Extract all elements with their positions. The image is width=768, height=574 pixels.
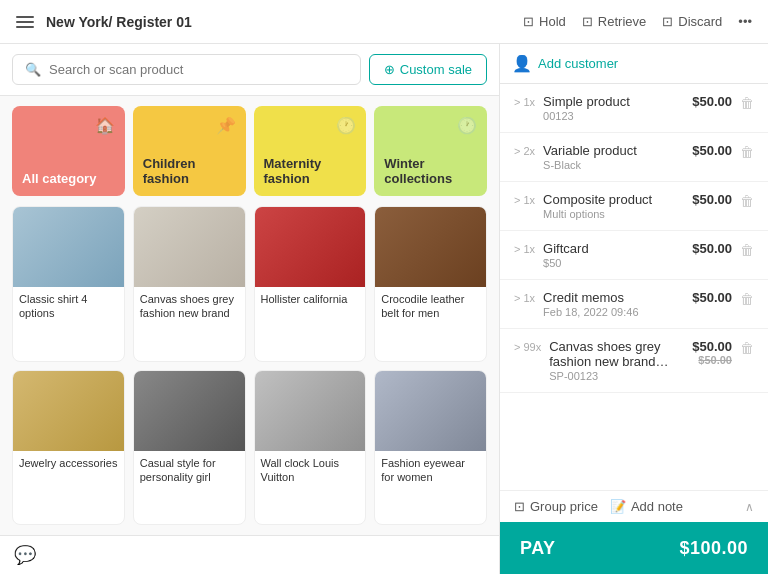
order-list: > 1x Simple product 00123 $50.00 🗑 > 2x … [500, 84, 768, 490]
customer-icon: 👤 [512, 54, 532, 73]
hold-button[interactable]: ⊡ Hold [523, 14, 566, 29]
order-4-price: $50.00 [677, 241, 732, 256]
order-item-5: > 1x Credit memos Feb 18, 2022 09:46 $50… [500, 280, 768, 329]
product-8-name: Fashion eyewear for women [375, 451, 486, 491]
maternity-category-label: Maternity fashion [264, 156, 357, 186]
product-6-name: Casual style for personality girl [134, 451, 245, 491]
product-1-name: Classic shirt 4 options [13, 287, 124, 327]
discard-button[interactable]: ⊡ Discard [662, 14, 722, 29]
product-1-image [13, 207, 124, 287]
children-category-icon: 📌 [216, 116, 236, 135]
pay-button[interactable]: PAY $100.00 [500, 522, 768, 574]
product-5-image [13, 371, 124, 451]
product-2-image [134, 207, 245, 287]
more-button[interactable]: ••• [738, 14, 752, 29]
order-2-name: Variable product [543, 143, 669, 158]
product-7[interactable]: Wall clock Louis Vuitton [254, 370, 367, 526]
order-item-1: > 1x Simple product 00123 $50.00 🗑 [500, 84, 768, 133]
order-5-name: Credit memos [543, 290, 669, 305]
children-category-label: Children fashion [143, 156, 236, 186]
header: New York/ Register 01 ⊡ Hold ⊡ Retrieve … [0, 0, 768, 44]
order-item-3: > 1x Composite product Multi options $50… [500, 182, 768, 231]
order-3-sub: Multi options [543, 208, 669, 220]
header-left: New York/ Register 01 [16, 14, 192, 30]
group-price-button[interactable]: ⊡ Group price [514, 499, 598, 514]
category-maternity[interactable]: 🕐 Maternity fashion [254, 106, 367, 196]
order-6-expand[interactable]: > 99x [514, 341, 541, 353]
product-7-image [255, 371, 366, 451]
order-5-sub: Feb 18, 2022 09:46 [543, 306, 669, 318]
order-2-info: Variable product S-Black [543, 143, 669, 171]
chat-icon[interactable]: 💬 [14, 545, 36, 565]
order-3-name: Composite product [543, 192, 669, 207]
order-6-original-price: $50.00 [677, 354, 732, 366]
order-5-expand[interactable]: > 1x [514, 292, 535, 304]
category-children[interactable]: 📌 Children fashion [133, 106, 246, 196]
order-5-prices: $50.00 [677, 290, 732, 305]
footer-chevron-icon[interactable]: ∧ [745, 500, 754, 514]
order-1-name: Simple product [543, 94, 669, 109]
right-panel: 👤 Add customer > 1x Simple product 00123… [500, 44, 768, 574]
search-input[interactable] [49, 62, 348, 77]
order-5-delete[interactable]: 🗑 [740, 291, 754, 307]
footer-actions: ⊡ Group price 📝 Add note ∧ [500, 490, 768, 522]
product-2[interactable]: Canvas shoes grey fashion new brand [133, 206, 246, 362]
right-toolbar: 👤 Add customer [500, 44, 768, 84]
all-category-icon: 🏠 [95, 116, 115, 135]
header-actions: ⊡ Hold ⊡ Retrieve ⊡ Discard ••• [523, 14, 752, 29]
product-8[interactable]: Fashion eyewear for women [374, 370, 487, 526]
order-2-price: $50.00 [677, 143, 732, 158]
order-2-delete[interactable]: 🗑 [740, 144, 754, 160]
product-6[interactable]: Casual style for personality girl [133, 370, 246, 526]
maternity-category-icon: 🕐 [336, 116, 356, 135]
product-3-image [255, 207, 366, 287]
add-note-button[interactable]: 📝 Add note [610, 499, 683, 514]
pay-amount: $100.00 [679, 538, 748, 559]
left-toolbar: 🔍 ⊕ Custom sale [0, 44, 499, 96]
order-5-price: $50.00 [677, 290, 732, 305]
order-1-expand[interactable]: > 1x [514, 96, 535, 108]
order-6-prices: $50.00 $50.00 [677, 339, 732, 366]
winter-category-icon: 🕐 [457, 116, 477, 135]
products-grid: Classic shirt 4 options Canvas shoes gre… [0, 206, 499, 535]
order-4-expand[interactable]: > 1x [514, 243, 535, 255]
order-1-delete[interactable]: 🗑 [740, 95, 754, 111]
order-2-expand[interactable]: > 2x [514, 145, 535, 157]
product-1[interactable]: Classic shirt 4 options [12, 206, 125, 362]
bottom-left-bar: 💬 [0, 535, 499, 574]
order-item-6: > 99x Canvas shoes grey fashion new bran… [500, 329, 768, 393]
order-6-delete[interactable]: 🗑 [740, 340, 754, 356]
order-2-prices: $50.00 [677, 143, 732, 158]
product-4[interactable]: Crocodile leather belt for men [374, 206, 487, 362]
retrieve-button[interactable]: ⊡ Retrieve [582, 14, 646, 29]
product-4-image [375, 207, 486, 287]
order-3-price: $50.00 [677, 192, 732, 207]
search-box[interactable]: 🔍 [12, 54, 361, 85]
order-4-delete[interactable]: 🗑 [740, 242, 754, 258]
order-item-2: > 2x Variable product S-Black $50.00 🗑 [500, 133, 768, 182]
order-4-prices: $50.00 [677, 241, 732, 256]
category-all[interactable]: 🏠 All category [12, 106, 125, 196]
order-1-sub: 00123 [543, 110, 669, 122]
category-winter[interactable]: 🕐 Winter collections [374, 106, 487, 196]
product-2-name: Canvas shoes grey fashion new brand [134, 287, 245, 327]
categories-grid: 🏠 All category 📌 Children fashion 🕐 Mate… [0, 96, 499, 206]
menu-icon[interactable] [16, 16, 34, 28]
product-3-name: Hollister california [255, 287, 366, 312]
order-6-name: Canvas shoes grey fashion new brand… [549, 339, 669, 369]
order-3-delete[interactable]: 🗑 [740, 193, 754, 209]
main-layout: 🔍 ⊕ Custom sale 🏠 All category 📌 Childre… [0, 44, 768, 574]
product-5[interactable]: Jewelry accessories [12, 370, 125, 526]
product-3[interactable]: Hollister california [254, 206, 367, 362]
order-1-info: Simple product 00123 [543, 94, 669, 122]
order-4-info: Giftcard $50 [543, 241, 669, 269]
add-note-icon: 📝 [610, 499, 626, 514]
order-3-expand[interactable]: > 1x [514, 194, 535, 206]
add-customer-button[interactable]: 👤 Add customer [512, 54, 618, 73]
product-7-name: Wall clock Louis Vuitton [255, 451, 366, 491]
order-4-sub: $50 [543, 257, 669, 269]
custom-sale-button[interactable]: ⊕ Custom sale [369, 54, 487, 85]
discard-icon: ⊡ [662, 14, 673, 29]
product-8-image [375, 371, 486, 451]
order-6-sub: SP-00123 [549, 370, 669, 382]
